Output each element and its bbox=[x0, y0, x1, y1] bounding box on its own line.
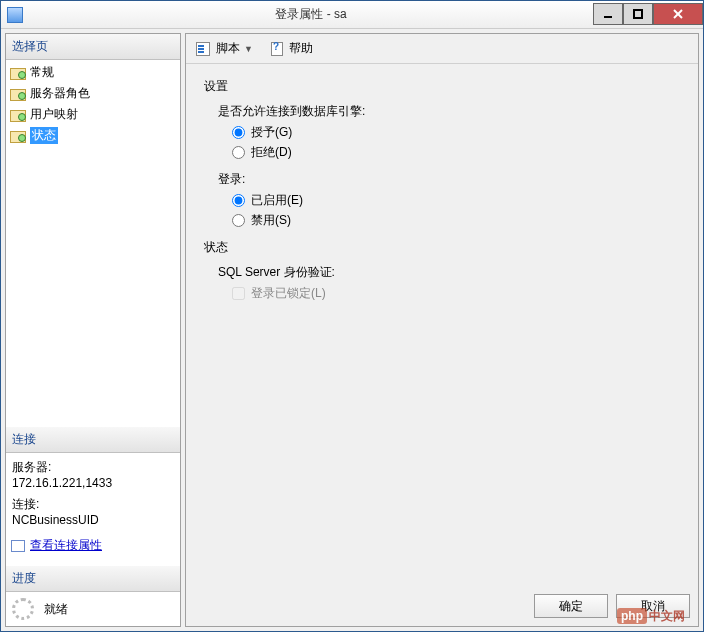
close-button[interactable] bbox=[653, 3, 703, 25]
page-icon bbox=[10, 108, 26, 122]
enabled-radio[interactable] bbox=[232, 194, 245, 207]
disabled-radio[interactable] bbox=[232, 214, 245, 227]
deny-label[interactable]: 拒绝(D) bbox=[251, 144, 292, 161]
nav-item-status[interactable]: 状态 bbox=[6, 125, 180, 146]
grant-radio[interactable] bbox=[232, 126, 245, 139]
nav-item-server-roles[interactable]: 服务器角色 bbox=[6, 83, 180, 104]
connection-value: NCBusinessUID bbox=[12, 513, 174, 527]
ok-button[interactable]: 确定 bbox=[534, 594, 608, 618]
permission-group: 是否允许连接到数据库引擎: 授予(G) 拒绝(D) bbox=[218, 103, 688, 161]
cancel-button[interactable]: 取消 bbox=[616, 594, 690, 618]
right-pane: 脚本▼ 帮助 设置 是否允许连接到数据库引擎: 授予(G) 拒绝(D) bbox=[185, 33, 699, 627]
locked-row: 登录已锁定(L) bbox=[232, 285, 688, 302]
nav-item-general[interactable]: 常规 bbox=[6, 62, 180, 83]
server-value: 172.16.1.221,1433 bbox=[12, 476, 174, 490]
page-icon bbox=[10, 87, 26, 101]
nav-list: 常规 服务器角色 用户映射 状态 bbox=[6, 60, 180, 148]
window-buttons bbox=[593, 4, 703, 25]
left-pane: 选择页 常规 服务器角色 用户映射 状态 连接 服务器: 172.16.1.22… bbox=[5, 33, 181, 627]
progress-status: 就绪 bbox=[44, 601, 68, 618]
window-title: 登录属性 - sa bbox=[29, 6, 593, 23]
disabled-row: 禁用(S) bbox=[232, 212, 688, 229]
status-title: 状态 bbox=[204, 239, 688, 256]
auth-label: SQL Server 身份验证: bbox=[218, 264, 688, 281]
locked-checkbox bbox=[232, 287, 245, 300]
deny-radio[interactable] bbox=[232, 146, 245, 159]
dropdown-arrow-icon: ▼ bbox=[244, 44, 253, 54]
page-icon bbox=[10, 66, 26, 80]
script-button[interactable]: 脚本▼ bbox=[192, 38, 261, 59]
settings-panel: 设置 是否允许连接到数据库引擎: 授予(G) 拒绝(D) 登录: bbox=[186, 64, 698, 586]
connection-label: 连接: bbox=[12, 496, 174, 513]
enabled-row: 已启用(E) bbox=[232, 192, 688, 209]
connection-header: 连接 bbox=[6, 427, 180, 453]
spinner-icon bbox=[12, 598, 34, 620]
properties-icon bbox=[10, 539, 26, 553]
progress-row: 就绪 bbox=[6, 592, 180, 626]
maximize-button[interactable] bbox=[623, 3, 653, 25]
connection-info: 服务器: 172.16.1.221,1433 连接: NCBusinessUID bbox=[6, 453, 180, 531]
locked-label: 登录已锁定(L) bbox=[251, 285, 326, 302]
content-area: 选择页 常规 服务器角色 用户映射 状态 连接 服务器: 172.16.1.22… bbox=[1, 29, 703, 631]
toolbar: 脚本▼ 帮助 bbox=[186, 34, 698, 64]
server-label: 服务器: bbox=[12, 459, 174, 476]
app-icon bbox=[7, 7, 23, 23]
grant-label[interactable]: 授予(G) bbox=[251, 124, 292, 141]
dialog-window: 登录属性 - sa 选择页 常规 服务器角色 用户映射 状态 连接 服务器: 1… bbox=[0, 0, 704, 632]
auth-group: SQL Server 身份验证: 登录已锁定(L) bbox=[218, 264, 688, 302]
enabled-label[interactable]: 已启用(E) bbox=[251, 192, 303, 209]
nav-item-user-mapping[interactable]: 用户映射 bbox=[6, 104, 180, 125]
disabled-label[interactable]: 禁用(S) bbox=[251, 212, 291, 229]
login-label: 登录: bbox=[218, 171, 688, 188]
deny-row: 拒绝(D) bbox=[232, 144, 688, 161]
grant-row: 授予(G) bbox=[232, 124, 688, 141]
minimize-button[interactable] bbox=[593, 3, 623, 25]
help-button[interactable]: 帮助 bbox=[265, 38, 317, 59]
script-icon bbox=[196, 42, 212, 56]
progress-header: 进度 bbox=[6, 566, 180, 592]
help-icon bbox=[269, 42, 285, 56]
select-page-header: 选择页 bbox=[6, 34, 180, 60]
page-icon bbox=[10, 129, 26, 143]
svg-rect-1 bbox=[634, 10, 642, 18]
login-group: 登录: 已启用(E) 禁用(S) bbox=[218, 171, 688, 229]
dialog-footer: 确定 取消 bbox=[186, 586, 698, 626]
titlebar: 登录属性 - sa bbox=[1, 1, 703, 29]
permission-label: 是否允许连接到数据库引擎: bbox=[218, 103, 688, 120]
view-connection-link[interactable]: 查看连接属性 bbox=[6, 535, 180, 556]
settings-title: 设置 bbox=[204, 78, 688, 95]
